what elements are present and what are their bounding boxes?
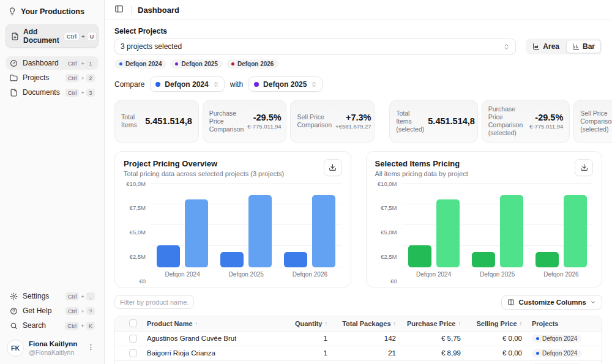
avatar: FK [7,340,24,357]
ellipsis-vertical-icon [87,343,95,351]
row-checkbox[interactable] [129,335,137,343]
bar [185,199,208,267]
stat-card-total-items: Total Items 5.451.514,8 [114,100,199,143]
kbd-key: ? [86,307,95,315]
product-name: Baigorri Rioja Crianza [147,349,215,357]
column-header-product-name[interactable]: Product Name↑ [142,320,280,327]
columns-icon [507,299,515,306]
sidebar-item-projects[interactable]: Projects Ctrl+2 [6,71,99,84]
stat-label: Sell Price Comparison (selected) [580,110,612,133]
bar-toggle-button[interactable]: Bar [566,40,601,53]
sidebar-item-label: Dashboard [23,59,59,67]
column-header-quantity[interactable]: Quantity↑ [280,320,332,327]
product-name: Agustinos Grand Cuvée Brut [147,335,236,342]
sort-arrow-icon: ↑ [195,321,198,327]
bar [312,195,335,267]
customize-columns-button[interactable]: Customize Columns [501,295,602,310]
x-axis-label: Defqon 2026 [536,271,587,281]
download-chart-button[interactable] [575,159,593,176]
sidebar-item-label: Documents [23,88,60,97]
add-document-shortcut: Ctrl+U [64,32,97,41]
stat-card-sell-price-selected: Sell Price Comparison (selected) +7.3% +… [573,100,612,143]
column-header-purchase-price[interactable]: Purchase Price↑ [401,320,466,327]
sidebar-item-documents[interactable]: Documents Ctrl+3 [6,86,99,99]
area-chart-icon [532,43,540,50]
purchase-price-value: € 5,75 [401,335,466,342]
app: Your Productions Add Document Ctrl+U Das… [0,0,612,364]
stat-card-sell-price: Sell Price Comparison +7.3% +€581.679,27 [290,100,375,143]
column-header-total-packages[interactable]: Total Packages↑ [332,320,401,327]
compare-select-a[interactable]: Defqon 2024 [150,76,224,92]
bar-toggle-label: Bar [583,42,595,51]
chevrons-up-down-icon [213,81,219,87]
column-header-projects: Projects [527,320,602,327]
products-table: Product Name↑ Quantity↑ Total Packages↑ … [114,316,602,364]
chevron-down-icon [590,299,596,305]
project-badge: Defqon 2024 [532,349,581,357]
sidebar-item-dashboard[interactable]: Dashboard Ctrl+1 [6,56,99,70]
y-tick-label: €10,0M [126,180,146,187]
kbd-key: K [86,322,95,330]
user-profile[interactable]: FK Fiona Kaitlynn @FionaKaitlynn [6,336,99,358]
chevrons-up-down-icon [311,81,317,87]
bar [220,252,244,267]
y-tick-label: €7,5M [381,204,397,211]
customize-columns-label: Customize Columns [518,299,586,306]
sidebar-item-label: Search [23,321,46,330]
kbd-ctrl: Ctrl [64,32,80,41]
bar-chart-icon [572,43,580,50]
charts-row: Project Pricing Overview Total pricing d… [114,151,602,288]
add-document-button[interactable]: Add Document Ctrl+U [6,24,99,48]
select-all-checkbox[interactable] [129,319,137,327]
y-tick-label: €0 [139,277,146,284]
user-menu-button[interactable] [84,342,97,354]
product-filter-input[interactable] [114,295,194,309]
kbd-key: , [86,292,95,300]
kbd-key: 2 [86,74,95,82]
stats-overview-group: Total Items 5.451.514,8 Purchase Price C… [114,100,375,143]
kbd-ctrl: Ctrl [65,89,80,97]
project-dot [536,352,539,355]
sidebar-toggle-button[interactable] [113,3,125,17]
bar-group [408,184,460,267]
select-projects-row: 3 projects selected Area [114,39,602,54]
project-tag-label: Defqon 2024 [125,61,162,67]
table-row-expandable: Bar Le Duc Citroen PET 12x0,5L ... ... .… [115,360,602,364]
kbd-ctrl: Ctrl [65,74,80,82]
sidebar-item-settings[interactable]: Settings Ctrl+, [6,289,99,303]
download-icon [580,163,588,171]
table-row: Agustinos Grand Cuvée Brut 1 142 € 5,75 … [115,331,602,346]
with-label: with [230,80,243,89]
download-chart-button[interactable] [324,159,342,176]
projects-select-value: 3 projects selected [121,42,182,51]
bar [564,195,587,267]
select-projects-label: Select Projects [114,27,602,35]
kbd-ctrl: Ctrl [65,322,79,330]
stat-card-total-items-selected: Total Items (selected) 5.451.514,8 [389,100,478,143]
projects-select[interactable]: 3 projects selected [114,39,516,54]
sidebar-item-search[interactable]: Search Ctrl+K [6,319,99,332]
stat-value: -29.5% [247,113,281,122]
project-dot [231,62,234,65]
sidebar-item-get-help[interactable]: Get Help Ctrl+? [6,304,99,318]
user-name: Fiona Kaitlynn [29,340,77,348]
table-toolbar: Customize Columns [114,295,602,310]
area-toggle-button[interactable]: Area [527,40,565,53]
compare-select-b[interactable]: Defqon 2025 [248,76,323,92]
sidebar-nav: Dashboard Ctrl+1 Projects Ctrl+2 Documen… [6,56,99,99]
bar-group [220,184,272,267]
sidebar-item-label: Projects [23,73,49,82]
gauge-icon [10,59,18,67]
stat-sub-value: €-775.011,94 [529,123,563,130]
stat-card-purchase-price: Purchase Price Comparison -29.5% €-775.0… [203,100,287,143]
row-checkbox[interactable] [129,349,137,357]
help-circle-icon [10,307,18,315]
quantity-value: 1 [280,335,332,342]
column-header-selling-price[interactable]: Selling Price↑ [466,320,527,327]
stats-selected-group: Total Items (selected) 5.451.514,8 Purch… [389,100,612,143]
bar [500,195,523,267]
stat-card-purchase-price-selected: Purchase Price Comparison (selected) -29… [482,100,570,143]
x-axis-label: Defqon 2025 [472,271,523,281]
sidebar-item-label: Settings [23,292,49,300]
bar [536,252,559,267]
